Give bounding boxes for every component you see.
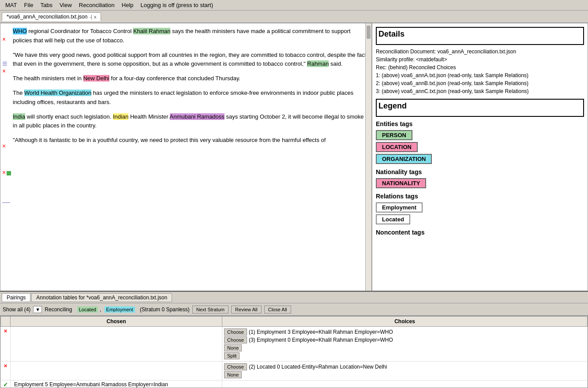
main-layout: × × ≡ × × — WHO regional Coordinator for…	[0, 23, 588, 291]
menu-view[interactable]: View	[56, 1, 75, 9]
col-header-choices: Choices	[222, 317, 588, 327]
choice-row: None	[224, 371, 585, 378]
who-org-highlight: World Health Organization	[24, 90, 91, 96]
show-all-label: Show all (4)	[3, 306, 30, 313]
details-title: Details	[378, 30, 581, 39]
paragraph-5: India will shortly enact such legislatio…	[13, 112, 368, 131]
relations-title: Relations tags	[376, 193, 584, 200]
details-ann1: 1: (above) voa6_annA.txt.json (read-only…	[376, 72, 584, 78]
reconciling-text: Reconciling	[45, 306, 72, 313]
row1-chosen	[11, 327, 222, 362]
gutter-scroll: ≡	[2, 59, 7, 69]
employment-tag: Employment	[376, 202, 423, 213]
row1-icon: ×	[1, 327, 11, 362]
indian-highlight: Indian	[113, 113, 128, 120]
gutter-scroll-2: —	[2, 198, 10, 207]
tab-label: *voa6_annA_reconciliation.txt.json	[7, 14, 87, 20]
details-doc: Reconciliation Document: voa6_annA_recon…	[376, 48, 584, 55]
row2-chosen	[11, 362, 222, 381]
choice-row: Choose (3) Employment 0 Employee=Khalil …	[224, 336, 585, 343]
show-all-dropdown[interactable]: ▼	[33, 306, 42, 313]
bottom-toolbar: Show all (4) ▼ Reconciling Located, Empl…	[0, 303, 588, 316]
table-row: ✓ Employment 5 Employee=Anmubani Ramados…	[1, 381, 588, 388]
menu-mat[interactable]: MAT	[2, 1, 20, 9]
col-header-chosen: Chosen	[11, 317, 222, 327]
anmubani-highlight: Anmubani Ramadoss	[170, 113, 225, 120]
choice-row: Choose (1) Employment 3 Employee=Khalil …	[224, 328, 585, 336]
scrollbar[interactable]	[365, 23, 371, 291]
employment-badge: Employment	[105, 306, 135, 313]
nationality-title: Nationality tags	[376, 168, 584, 175]
gutter-marker-1: ×	[2, 36, 6, 43]
review-all-btn[interactable]: Review All	[231, 306, 262, 313]
menu-file[interactable]: File	[20, 1, 37, 9]
paragraph-4: The World Health Organization has urged …	[13, 89, 368, 107]
located-badge: Located	[77, 306, 98, 313]
choice-row: Choose (2) Located 0 Located-Entity=Rahm…	[224, 363, 585, 370]
details-similarity: Similarity profile: <matdefault>	[376, 56, 584, 63]
table-row: × Choose (1) Employment 3 Employee=Khali…	[1, 327, 588, 362]
who-highlight: WHO	[13, 28, 27, 34]
noncontent-title: Noncontent tags	[376, 229, 584, 236]
details-rec: Rec: (behind) Reconciled Choices	[376, 64, 584, 71]
india-highlight: India	[13, 113, 25, 120]
choice-row: Split	[224, 352, 585, 359]
pairings-table-container: Chosen Choices × Choose (1) Employment 3…	[0, 316, 588, 388]
text-panel[interactable]: × × ≡ × × — WHO regional Coordinator for…	[0, 23, 372, 291]
khalil-rahman-highlight: Khalil Rahman	[133, 28, 171, 34]
choice-text-1b: (3) Employment 0 Employee=Khalil Rahman …	[249, 337, 393, 343]
paragraph-1: WHO regional Coordinator for Tobacco Con…	[13, 27, 368, 45]
choice-text-1a: (1) Employment 3 Employee=Khalil Rahman …	[249, 329, 393, 335]
bottom-tabbar: Pairings Annotation tables for *voa6_ann…	[0, 292, 588, 303]
tab-pairings[interactable]: Pairings	[2, 293, 30, 302]
none-btn-2[interactable]: None	[224, 371, 242, 378]
choose-btn-2a[interactable]: Choose	[224, 363, 247, 370]
menu-tabs[interactable]: Tabs	[37, 1, 56, 9]
reconciling-label: Reconciling Located, Employment (Stratum…	[45, 306, 189, 313]
split-btn-1[interactable]: Split	[224, 352, 240, 359]
main-tab[interactable]: *voa6_annA_reconciliation.txt.json -| x	[2, 12, 101, 21]
next-stratum-btn[interactable]: Next Stratum	[192, 306, 228, 313]
tab-close[interactable]: x	[94, 14, 97, 19]
choice-text-2a: (2) Located 0 Located-Entity=Rahman Loca…	[249, 364, 387, 370]
menu-reconciliation[interactable]: Reconciliation	[75, 1, 118, 9]
the-text: The	[13, 90, 24, 96]
paragraph-6: "Although it is fantastic to be in a you…	[13, 136, 368, 145]
details-ann2: 2: (above) voa6_annB.txt.json (read-only…	[376, 80, 584, 86]
pairings-table: Chosen Choices × Choose (1) Employment 3…	[0, 316, 588, 388]
person-tag: PERSON	[376, 130, 412, 140]
located-tag: Located	[376, 214, 410, 224]
stratum-label: (Stratum 0 Spanless)	[140, 306, 190, 313]
table-row: × Choose (2) Located 0 Located-Entity=Ra…	[1, 362, 588, 381]
chosen-text-3: Employment 5 Employee=Anmubani Ramadoss …	[12, 381, 170, 388]
close-all-btn[interactable]: Close All	[264, 306, 291, 313]
p1-text: that	[34, 37, 43, 44]
entities-title: Entities tags	[376, 120, 584, 127]
tab-pin[interactable]: -|	[89, 14, 92, 19]
bottom-section: Pairings Annotation tables for *voa6_ann…	[0, 291, 588, 388]
tabbar: *voa6_annA_reconciliation.txt.json -| x	[0, 11, 588, 23]
row2-choices: Choose (2) Located 0 Located-Entity=Rahm…	[222, 362, 588, 381]
menubar: MAT File Tabs View Reconciliation Help L…	[0, 0, 588, 11]
rahman-highlight: Rahman	[307, 60, 329, 67]
choose-btn-1b[interactable]: Choose	[224, 336, 247, 343]
text-content: WHO regional Coordinator for Tobacco Con…	[13, 27, 368, 145]
choice-row: None	[224, 344, 585, 351]
choose-btn-1a[interactable]: Choose	[224, 328, 247, 336]
gutter-marker-4: ×	[2, 169, 6, 176]
green-square-marker	[7, 171, 11, 175]
location-tag: LOCATION	[376, 142, 418, 152]
none-btn-1[interactable]: None	[224, 344, 242, 351]
new-delhi-highlight: New Delhi	[83, 75, 109, 82]
menu-help[interactable]: Help	[118, 1, 137, 9]
legend-title: Legend	[378, 101, 581, 111]
paragraph-2: "We have this very good news, good polit…	[13, 51, 368, 69]
org-tag: ORGANIZATION	[376, 154, 432, 164]
tab-annotation-tables[interactable]: Annotation tables for *voa6_annA_reconci…	[31, 293, 172, 302]
logging-status[interactable]: Logging is off (press to start)	[137, 1, 217, 9]
scroll-thumb[interactable]	[367, 26, 371, 39]
row3-choices	[222, 381, 588, 388]
details-ann3: 3: (above) voa6_annC.txt.json (read-only…	[376, 88, 584, 94]
row2-icon: ×	[1, 362, 11, 381]
row3-chosen: Employment 5 Employee=Anmubani Ramadoss …	[11, 381, 222, 388]
